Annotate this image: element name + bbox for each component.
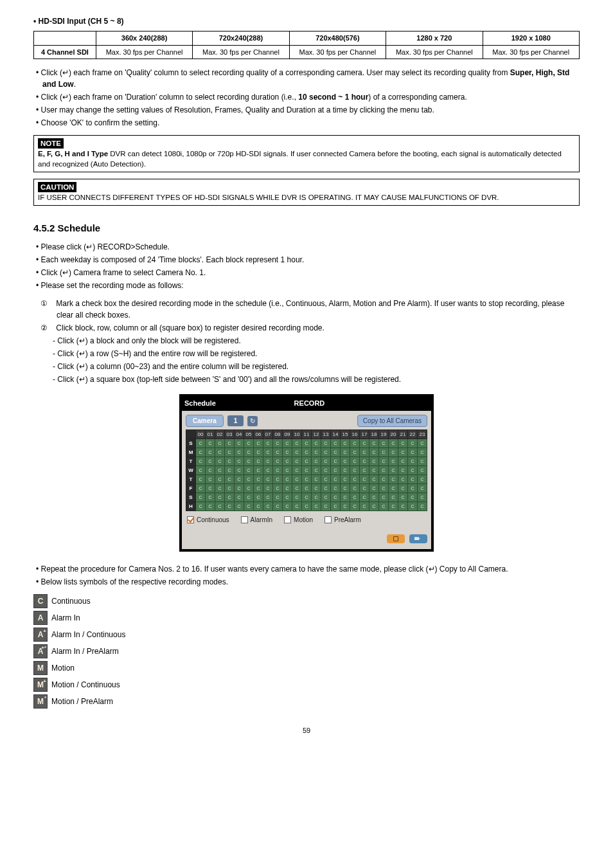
hour-header[interactable]: 11 bbox=[302, 430, 312, 439]
schedule-cell[interactable]: C bbox=[215, 484, 225, 493]
day-header[interactable]: S bbox=[186, 439, 196, 448]
schedule-cell[interactable]: C bbox=[206, 475, 215, 484]
hour-header[interactable]: 21 bbox=[398, 430, 408, 439]
save-icon[interactable] bbox=[387, 534, 405, 543]
schedule-cell[interactable]: C bbox=[235, 502, 244, 511]
schedule-cell[interactable]: C bbox=[408, 475, 418, 484]
schedule-cell[interactable]: C bbox=[369, 466, 379, 475]
schedule-cell[interactable]: C bbox=[398, 466, 408, 475]
schedule-cell[interactable]: C bbox=[196, 466, 206, 475]
schedule-cell[interactable]: C bbox=[196, 493, 206, 502]
schedule-cell[interactable]: C bbox=[379, 484, 389, 493]
schedule-cell[interactable]: C bbox=[321, 475, 331, 484]
schedule-cell[interactable]: C bbox=[215, 475, 225, 484]
schedule-cell[interactable]: C bbox=[254, 466, 263, 475]
schedule-cell[interactable]: C bbox=[196, 502, 206, 511]
hour-header[interactable]: 14 bbox=[331, 430, 341, 439]
schedule-cell[interactable]: C bbox=[321, 457, 331, 466]
schedule-cell[interactable]: C bbox=[263, 484, 273, 493]
schedule-cell[interactable]: C bbox=[369, 484, 379, 493]
schedule-cell[interactable]: C bbox=[263, 448, 273, 457]
legend-continuous[interactable]: Continuous bbox=[187, 515, 229, 525]
day-header[interactable]: H bbox=[186, 502, 196, 511]
schedule-cell[interactable]: C bbox=[341, 502, 350, 511]
schedule-cell[interactable]: C bbox=[418, 493, 427, 502]
schedule-cell[interactable]: C bbox=[350, 439, 360, 448]
schedule-cell[interactable]: C bbox=[225, 466, 235, 475]
schedule-cell[interactable]: C bbox=[321, 493, 331, 502]
schedule-cell[interactable]: C bbox=[302, 493, 312, 502]
schedule-cell[interactable]: C bbox=[331, 502, 341, 511]
schedule-cell[interactable]: C bbox=[225, 502, 235, 511]
schedule-cell[interactable]: C bbox=[196, 475, 206, 484]
schedule-cell[interactable]: C bbox=[389, 448, 398, 457]
schedule-cell[interactable]: C bbox=[244, 457, 254, 466]
schedule-cell[interactable]: C bbox=[292, 448, 302, 457]
schedule-cell[interactable]: C bbox=[360, 493, 369, 502]
schedule-cell[interactable]: C bbox=[254, 448, 263, 457]
schedule-cell[interactable]: C bbox=[369, 493, 379, 502]
schedule-cell[interactable]: C bbox=[235, 484, 244, 493]
schedule-cell[interactable]: C bbox=[398, 457, 408, 466]
schedule-cell[interactable]: C bbox=[302, 466, 312, 475]
schedule-cell[interactable]: C bbox=[398, 493, 408, 502]
schedule-cell[interactable]: C bbox=[244, 448, 254, 457]
schedule-cell[interactable]: C bbox=[273, 493, 283, 502]
schedule-cell[interactable]: C bbox=[283, 502, 292, 511]
schedule-cell[interactable]: C bbox=[206, 439, 215, 448]
schedule-cell[interactable]: C bbox=[235, 457, 244, 466]
hour-header[interactable]: 10 bbox=[292, 430, 302, 439]
hour-header[interactable]: 09 bbox=[283, 430, 292, 439]
hour-header[interactable]: 12 bbox=[312, 430, 321, 439]
schedule-cell[interactable]: C bbox=[389, 466, 398, 475]
schedule-cell[interactable]: C bbox=[302, 475, 312, 484]
schedule-cell[interactable]: C bbox=[369, 502, 379, 511]
schedule-cell[interactable]: C bbox=[215, 466, 225, 475]
schedule-cell[interactable]: C bbox=[379, 493, 389, 502]
schedule-cell[interactable]: C bbox=[408, 502, 418, 511]
day-header[interactable]: M bbox=[186, 448, 196, 457]
schedule-cell[interactable]: C bbox=[350, 484, 360, 493]
schedule-cell[interactable]: C bbox=[292, 493, 302, 502]
schedule-cell[interactable]: C bbox=[321, 448, 331, 457]
hour-header[interactable]: 01 bbox=[206, 430, 215, 439]
hour-header[interactable]: 08 bbox=[273, 430, 283, 439]
schedule-cell[interactable]: C bbox=[206, 448, 215, 457]
schedule-cell[interactable]: C bbox=[389, 484, 398, 493]
schedule-cell[interactable]: C bbox=[273, 439, 283, 448]
schedule-cell[interactable]: C bbox=[225, 448, 235, 457]
schedule-cell[interactable]: C bbox=[408, 448, 418, 457]
schedule-cell[interactable]: C bbox=[389, 475, 398, 484]
schedule-cell[interactable]: C bbox=[273, 457, 283, 466]
schedule-cell[interactable]: C bbox=[408, 439, 418, 448]
schedule-cell[interactable]: C bbox=[341, 475, 350, 484]
schedule-cell[interactable]: C bbox=[321, 502, 331, 511]
schedule-cell[interactable]: C bbox=[360, 484, 369, 493]
schedule-cell[interactable]: C bbox=[312, 484, 321, 493]
schedule-cell[interactable]: C bbox=[263, 457, 273, 466]
schedule-cell[interactable]: C bbox=[235, 493, 244, 502]
schedule-grid[interactable]: 0001020304050607080910111213141516171819… bbox=[186, 429, 427, 511]
schedule-cell[interactable]: C bbox=[273, 466, 283, 475]
hour-header[interactable]: 02 bbox=[215, 430, 225, 439]
hour-header[interactable]: 06 bbox=[254, 430, 263, 439]
schedule-cell[interactable]: C bbox=[341, 439, 350, 448]
schedule-cell[interactable]: C bbox=[360, 457, 369, 466]
schedule-cell[interactable]: C bbox=[350, 475, 360, 484]
hour-header[interactable]: 00 bbox=[196, 430, 206, 439]
schedule-cell[interactable]: C bbox=[225, 493, 235, 502]
schedule-cell[interactable]: C bbox=[398, 448, 408, 457]
schedule-cell[interactable]: C bbox=[360, 475, 369, 484]
schedule-cell[interactable]: C bbox=[369, 448, 379, 457]
schedule-cell[interactable]: C bbox=[312, 493, 321, 502]
schedule-cell[interactable]: C bbox=[273, 475, 283, 484]
schedule-cell[interactable]: C bbox=[283, 484, 292, 493]
schedule-cell[interactable]: C bbox=[244, 493, 254, 502]
schedule-cell[interactable]: C bbox=[273, 484, 283, 493]
schedule-cell[interactable]: C bbox=[235, 439, 244, 448]
schedule-cell[interactable]: C bbox=[196, 439, 206, 448]
schedule-cell[interactable]: C bbox=[263, 502, 273, 511]
schedule-cell[interactable]: C bbox=[206, 457, 215, 466]
schedule-cell[interactable]: C bbox=[418, 448, 427, 457]
schedule-cell[interactable]: C bbox=[292, 457, 302, 466]
